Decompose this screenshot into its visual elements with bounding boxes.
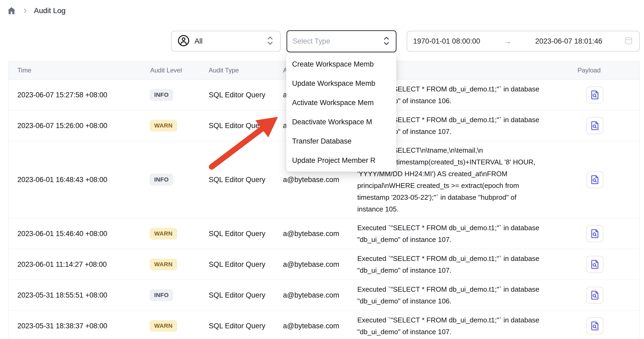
audit-level-badge: WARN xyxy=(150,120,177,132)
row-actor: a@bytebase.com xyxy=(283,322,357,330)
comment-line: "db_ui_demo" of instance 107. xyxy=(357,326,569,338)
row-time: 2023-06-01 15:46:40 +08:00 xyxy=(9,230,149,238)
audit-level-badge: INFO xyxy=(150,289,173,301)
menu-option-transfer-database[interactable]: Transfer Database xyxy=(286,132,396,151)
type-select[interactable]: Select Type xyxy=(286,30,397,52)
row-actor: a@bytebase.com xyxy=(283,230,357,238)
row-payload xyxy=(569,256,639,273)
type-select-placeholder: Select Type xyxy=(293,37,382,45)
menu-option-create-workspace-member[interactable]: Create Workspace Memb xyxy=(286,55,396,74)
row-audit-type: SQL Editor Query xyxy=(207,260,283,269)
row-comment: Executed `"SELECT * FROM db_ui_demo.t1;"… xyxy=(357,280,569,310)
row-audit-type: SQL Editor Query xyxy=(207,176,283,184)
menu-option-deactivate-workspace-member[interactable]: Deactivate Workspace M xyxy=(286,112,396,132)
home-icon[interactable] xyxy=(7,6,16,16)
menu-option-update-workspace-member[interactable]: Update Workspace Memb xyxy=(286,74,396,93)
document-search-icon xyxy=(589,259,600,270)
audit-level-badge: WARN xyxy=(150,320,177,332)
row-level: INFO xyxy=(149,89,207,101)
row-payload xyxy=(569,225,639,242)
document-search-icon xyxy=(589,228,600,239)
row-audit-type: SQL Editor Query xyxy=(207,230,283,238)
row-comment: Executed `"SELECT * FROM db_ui_demo.t1;"… xyxy=(357,249,569,279)
comment-line: "db_ui_demo" of instance 107. xyxy=(357,264,569,276)
payload-view-button[interactable] xyxy=(586,225,603,242)
date-range-picker[interactable]: 1970-01-01 08:00:00 → 2023-06-07 18:01:4… xyxy=(407,31,640,52)
table-row: 2023-05-31 18:38:37 +08:00 WARN SQL Edit… xyxy=(9,311,639,339)
row-payload xyxy=(569,287,639,304)
row-time: 2023-06-07 15:27:58 +08:00 xyxy=(9,91,149,99)
row-comment: Executed `"SELECT * FROM db_ui_demo.t1;"… xyxy=(357,311,569,339)
row-time: 2023-06-07 15:26:00 +08:00 xyxy=(9,122,149,130)
row-payload xyxy=(569,86,639,103)
column-header-type: Audit Type xyxy=(207,67,283,74)
document-search-icon xyxy=(589,321,600,331)
payload-view-button[interactable] xyxy=(586,256,603,273)
comment-line: Executed `"SELECT * FROM db_ui_demo.t1;"… xyxy=(357,283,569,295)
audit-level-badge: INFO xyxy=(150,89,173,101)
row-level: WARN xyxy=(149,120,207,132)
payload-view-button[interactable] xyxy=(586,317,603,334)
level-select[interactable]: All xyxy=(171,31,281,52)
menu-option-activate-workspace-member[interactable]: Activate Workspace Mem xyxy=(286,93,396,112)
row-level: WARN xyxy=(149,320,207,332)
row-audit-type: SQL Editor Query xyxy=(207,322,283,330)
table-row: 2023-06-01 11:14:27 +08:00 WARN SQL Edit… xyxy=(9,249,639,280)
table-row: 2023-05-31 18:55:51 +08:00 INFO SQL Edit… xyxy=(9,280,639,311)
row-payload xyxy=(569,317,639,334)
comment-line: instance 105. xyxy=(357,203,569,215)
document-search-icon xyxy=(589,120,600,131)
row-audit-type: SQL Editor Query xyxy=(207,91,283,99)
document-search-icon xyxy=(589,290,600,301)
audit-level-badge: WARN xyxy=(150,228,177,240)
row-level: INFO xyxy=(149,289,207,301)
row-comment: Executed `"SELECT * FROM db_ui_demo.t1;"… xyxy=(357,219,569,249)
payload-view-button[interactable] xyxy=(586,171,603,188)
column-header-payload: Payload xyxy=(569,67,639,74)
audit-log-page: Audit Log All Select Type 1970-01-01 08:… xyxy=(0,0,644,339)
comment-line: timestamp '2023-05-22');"` in database "… xyxy=(357,191,569,203)
row-level: INFO xyxy=(149,174,207,186)
chevron-right-icon xyxy=(22,8,28,14)
date-range-start[interactable]: 1970-01-01 08:00:00 xyxy=(413,37,480,45)
row-audit-type: SQL Editor Query xyxy=(207,291,283,299)
payload-view-button[interactable] xyxy=(586,86,603,103)
column-header-level: Audit Level xyxy=(149,67,207,74)
row-actor: a@bytebase.com xyxy=(283,291,357,299)
comment-line: Executed `"SELECT * FROM db_ui_demo.t1;"… xyxy=(357,253,569,264)
row-time: 2023-05-31 18:38:37 +08:00 xyxy=(9,322,149,330)
row-audit-type: SQL Editor Query xyxy=(207,122,283,130)
row-actor: a@bytebase.com xyxy=(283,176,357,184)
menu-option-update-project-member-role[interactable]: Update Project Member R xyxy=(286,151,396,170)
page-title: Audit Log xyxy=(34,6,65,15)
row-time: 2023-05-31 18:55:51 +08:00 xyxy=(9,291,149,299)
row-time: 2023-06-01 11:14:27 +08:00 xyxy=(9,260,149,269)
row-time: 2023-06-01 16:48:43 +08:00 xyxy=(9,176,149,184)
breadcrumb: Audit Log xyxy=(7,6,65,16)
calendar-icon xyxy=(624,36,633,47)
payload-view-button[interactable] xyxy=(586,287,603,304)
comment-line: "db_ui_demo" of instance 106. xyxy=(357,295,569,307)
document-search-icon xyxy=(589,90,600,100)
audit-level-badge: WARN xyxy=(150,259,177,270)
chevron-updown-icon xyxy=(382,35,390,48)
row-level: WARN xyxy=(149,259,207,270)
comment-line: "db_ui_demo" of instance 107. xyxy=(357,234,569,245)
document-search-icon xyxy=(589,174,600,185)
audit-level-badge: INFO xyxy=(150,174,173,186)
table-row: 2023-06-01 15:46:40 +08:00 WARN SQL Edit… xyxy=(9,218,639,249)
comment-line: Executed `"SELECT * FROM db_ui_demo.t1;"… xyxy=(357,222,569,234)
comment-line: Executed `"SELECT * FROM db_ui_demo.t1;"… xyxy=(357,314,569,326)
comment-line: principal\nWHERE created_ts >= extract(e… xyxy=(357,180,569,191)
chevron-updown-icon xyxy=(266,35,274,47)
column-header-time: Time xyxy=(9,67,149,74)
type-select-menu: Create Workspace Memb Update Workspace M… xyxy=(286,53,396,172)
row-payload xyxy=(569,171,639,188)
payload-view-button[interactable] xyxy=(586,117,603,134)
date-range-end[interactable]: 2023-06-07 18:01:46 xyxy=(535,37,602,45)
user-circle-icon xyxy=(177,34,190,48)
row-level: WARN xyxy=(149,228,207,240)
row-actor: a@bytebase.com xyxy=(283,260,357,269)
row-payload xyxy=(569,117,639,134)
arrow-right-icon: → xyxy=(502,37,514,46)
